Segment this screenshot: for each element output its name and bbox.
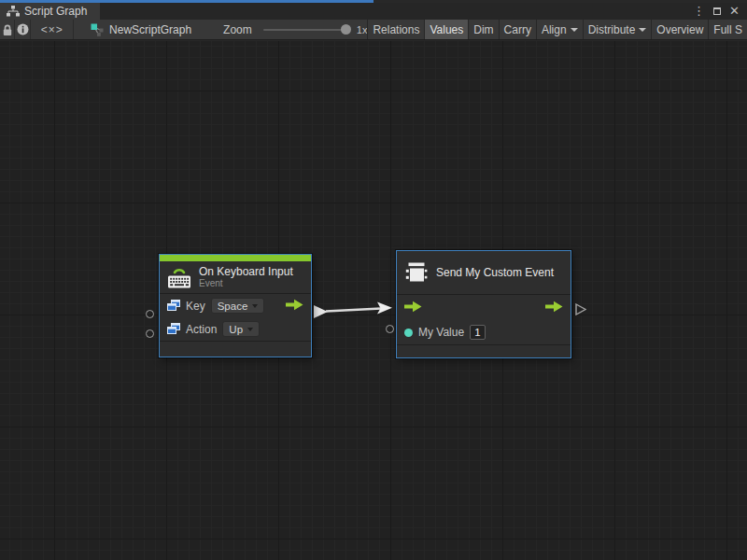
action-dropdown[interactable]: Up [222,321,260,337]
info-button[interactable] [15,20,30,40]
graph-canvas[interactable]: On Keyboard Input Event Key Space [0,41,747,560]
node-send-my-custom-event[interactable]: Send My Custom Event My Value 1 [396,250,571,358]
enum-icon [167,323,180,335]
graph-toolbar: <×> NewScriptGraph Zoom 1x Relations Val… [0,20,747,40]
key-dropdown[interactable]: Space [211,298,265,314]
graph-name: NewScriptGraph [109,23,191,36]
dropdown-caret-icon [252,304,258,308]
keyboard-icon [167,265,191,289]
zoom-slider-knob[interactable] [341,24,351,35]
window-controls: ⋮ ✕ [693,5,747,18]
maximize-icon[interactable] [713,7,721,15]
values-toggle[interactable]: Values [424,20,468,40]
node-subtitle: Event [199,278,293,289]
key-input-port[interactable] [146,310,154,318]
value-port-dot[interactable] [404,329,413,337]
node-footer [160,342,311,357]
distribute-dropdown[interactable]: Distribute [583,20,652,40]
zoom-value: 1x [357,24,368,35]
tab-script-graph[interactable]: Script Graph [0,3,100,20]
node-title: Send My Custom Event [436,266,554,279]
flow-output-port[interactable] [286,299,303,314]
node-on-keyboard-input[interactable]: On Keyboard Input Event Key Space [159,254,312,357]
values-label: Values [430,20,463,40]
node-footer [397,345,571,357]
align-label: Align [542,20,567,40]
row-label: Action [186,323,217,336]
lock-button[interactable] [0,20,14,40]
node-row-action: Action Up [160,317,311,341]
dim-label: Dim [473,20,493,40]
relations-toggle[interactable]: Relations [367,20,424,40]
zoom-slider[interactable] [263,29,349,31]
toolbar-separator [73,20,74,40]
enum-icon [167,300,180,312]
node-header: On Keyboard Input Event [160,261,311,293]
fullscreen-label: Full S [713,20,742,40]
action-dropdown-value: Up [229,324,243,335]
overview-label: Overview [656,20,703,40]
node-row-my-value: My Value 1 [397,320,571,344]
lock-icon [2,23,13,36]
script-graph-window: Script Graph ⋮ ✕ <×> [0,0,747,560]
chevron-down-icon [571,28,578,32]
tab-title: Script Graph [24,5,87,18]
zoom-label: Zoom [223,23,252,36]
connection-wire[interactable] [0,41,747,560]
carry-label: Carry [504,20,531,40]
code-preview-button[interactable]: <×> [31,20,73,40]
close-icon[interactable]: ✕ [729,5,740,18]
fullscreen-button[interactable]: Full S [708,20,747,40]
chevron-down-icon [639,28,646,32]
graph-hierarchy-icon [7,6,20,17]
script-graph-asset-icon [91,23,104,36]
action-input-port[interactable] [146,329,154,338]
my-value-input[interactable]: 1 [470,325,485,340]
event-accent-strip [160,255,311,261]
key-dropdown-value: Space [218,301,248,312]
toolbar-toggle-group: Relations Values Dim Carry Align Distrib… [367,20,747,40]
node-title: On Keyboard Input [199,265,293,278]
zoom-control: Zoom 1x [223,23,367,36]
overview-button[interactable]: Overview [651,20,708,40]
carry-toggle[interactable]: Carry [499,20,536,40]
menu-icon[interactable]: ⋮ [693,5,705,18]
tab-bar: Script Graph ⋮ ✕ [0,3,747,20]
code-icon: <×> [41,23,63,36]
flow-continue-port[interactable] [575,303,586,315]
relations-label: Relations [373,20,419,40]
align-dropdown[interactable]: Align [536,20,583,40]
row-label: My Value [418,326,464,339]
graph-breadcrumb[interactable]: NewScriptGraph [91,23,191,36]
distribute-label: Distribute [588,20,636,40]
node-row-flow [397,295,571,320]
flow-output-port[interactable] [545,301,563,315]
custom-event-icon [404,260,429,285]
flow-input-port[interactable] [404,301,422,315]
node-header: Send My Custom Event [397,251,571,294]
node-row-key: Key Space [160,294,311,317]
dropdown-caret-icon [247,328,253,331]
info-icon [17,23,29,35]
my-value-input-port[interactable] [386,325,394,333]
dim-toggle[interactable]: Dim [468,20,498,40]
row-label: Key [186,300,205,313]
